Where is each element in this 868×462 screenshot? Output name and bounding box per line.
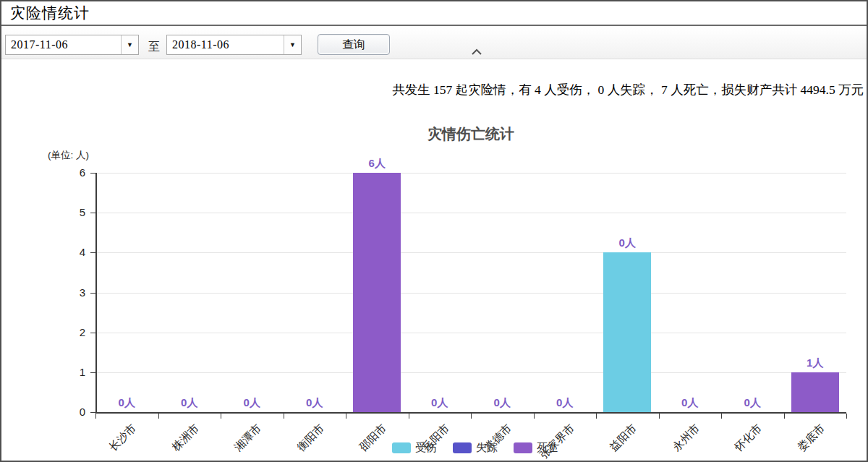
y-gridline: [95, 173, 846, 174]
x-axis-tick: [158, 414, 159, 419]
x-axis-tick: [471, 414, 472, 419]
x-axis-tick: [534, 414, 535, 419]
y-axis-tick: [90, 372, 95, 373]
y-axis-label: 2: [64, 326, 85, 338]
x-axis-tick: [221, 414, 221, 419]
x-axis-label: 娄底市: [795, 422, 827, 454]
x-axis-label: 邵阳市: [357, 422, 389, 454]
x-axis-label: 益阳市: [607, 422, 639, 454]
x-axis-label: 永州市: [670, 422, 702, 454]
x-axis-tick: [95, 414, 96, 419]
x-axis-label: 长沙市: [106, 422, 139, 454]
x-axis-label: 怀化市: [732, 422, 765, 454]
bar-value-label: 1人: [807, 356, 823, 370]
y-axis-tick: [90, 213, 95, 213]
legend-label: 死亡: [537, 441, 558, 455]
x-axis-tick: [721, 414, 722, 419]
legend-item-失踪[interactable]: 失踪: [453, 441, 498, 455]
bar-死亡[interactable]: [791, 372, 839, 412]
bar-value-label: 0人: [244, 396, 260, 410]
legend-label: 失踪: [476, 441, 498, 455]
y-axis-tick: [90, 333, 95, 333]
y-gridline: [95, 293, 846, 294]
y-gridline: [95, 252, 846, 253]
bar-value-label: 0人: [119, 396, 135, 410]
y-axis-tick: [90, 412, 95, 413]
legend-label: 受伤: [415, 441, 437, 455]
bar-value-label: 0人: [306, 396, 323, 410]
y-axis-label: 4: [64, 246, 85, 258]
x-axis-tick: [596, 414, 597, 419]
y-axis-label: 0: [64, 406, 85, 418]
bar-value-label: 0人: [431, 396, 448, 410]
y-gridline: [95, 333, 846, 333]
x-axis-label: 株洲市: [169, 422, 202, 454]
x-axis-tick: [346, 414, 346, 419]
x-axis-tick: [659, 414, 660, 419]
bar-chart: 01234560人长沙市0人株洲市0人湘潭市0人衡阳市6人邵阳市0人岳阳市0人常…: [1, 1, 867, 461]
y-axis-label: 5: [64, 206, 85, 218]
bar-value-label: 6人: [369, 157, 386, 171]
y-axis-tick: [90, 252, 95, 253]
legend-swatch: [392, 442, 411, 453]
x-axis-tick: [784, 414, 785, 419]
x-axis-label: 衡阳市: [294, 422, 327, 454]
bar-死亡[interactable]: [353, 173, 401, 412]
bar-value-label: 0人: [619, 236, 636, 250]
legend-item-死亡[interactable]: 死亡: [514, 441, 558, 455]
y-gridline: [95, 372, 846, 373]
x-axis-tick: [284, 414, 284, 419]
bar-value-label: 0人: [494, 396, 511, 410]
y-axis-tick: [90, 173, 95, 174]
y-gridline: [95, 213, 846, 213]
legend-swatch: [514, 442, 532, 453]
page: 灾险情统计 2017-11-06 ▼ 至 2018-11-06 ▼ 查询 共发生…: [0, 0, 868, 462]
y-axis-label: 6: [64, 166, 85, 179]
x-axis-tick: [846, 414, 847, 419]
x-axis-label: 湘潭市: [231, 422, 264, 454]
bar-value-label: 0人: [556, 396, 573, 410]
y-axis-label: 3: [64, 286, 85, 299]
legend-item-受伤[interactable]: 受伤: [392, 441, 437, 455]
bar-value-label: 0人: [181, 396, 197, 410]
legend-swatch: [453, 442, 472, 453]
y-axis-label: 1: [64, 366, 85, 378]
y-axis-line: [95, 173, 97, 412]
chart-legend: 受伤失踪死亡: [392, 441, 558, 455]
bar-value-label: 0人: [744, 396, 761, 410]
x-axis-tick: [409, 414, 409, 419]
y-axis-tick: [90, 293, 95, 294]
bar-value-label: 0人: [681, 396, 698, 410]
bar-受伤[interactable]: [603, 252, 651, 412]
